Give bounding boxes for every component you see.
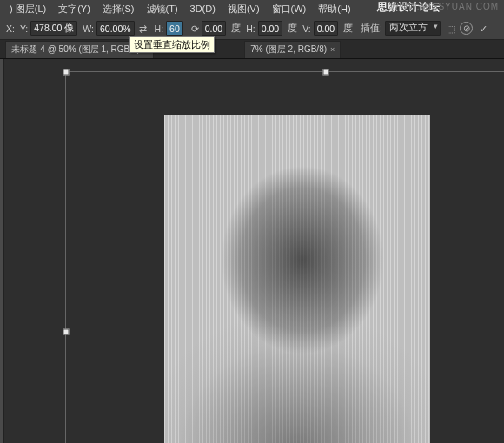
canvas-area[interactable] [0,59,504,443]
rotate-field[interactable]: 0.00 [202,21,226,36]
w-field[interactable]: 60.00% [96,21,135,36]
y-field[interactable]: 478.00 像 [30,21,77,36]
h-label: H: [155,23,164,34]
deg-2: 度 [288,23,297,35]
deg-1: 度 [231,23,241,35]
handle-n[interactable] [323,69,329,76]
deg-3: 度 [343,23,353,35]
menu-help[interactable]: 帮助(H) [312,0,356,17]
ruler-left [0,59,4,443]
w-label: W: [83,23,94,34]
x-label: X: [6,23,15,34]
h-field[interactable]: 60 [166,21,183,36]
menu-view[interactable]: 视图(V) [222,0,266,17]
document-tabs: 未标题-4 @ 50% (图层 1, RGB/8) × 设置垂直缩放比例 7% … [0,40,504,59]
transform-bounding-box[interactable] [65,71,504,443]
close-icon[interactable]: × [330,45,335,54]
v-field[interactable]: 0.00 [314,21,338,36]
cancel-button[interactable]: ⊘ [460,22,473,35]
warp-icon[interactable]: ⬚ [447,23,455,34]
menu-select[interactable]: 选择(S) [96,0,141,17]
watermark: WWW.MISSYUAN.COM [390,2,499,11]
v-label: V: [302,23,311,34]
menu-filter[interactable]: 滤镜(T) [141,0,184,17]
tab-2-label: 7% (图层 2, RGB/8) [250,43,327,56]
hh-field[interactable]: 0.00 [258,21,282,36]
handle-nw[interactable] [63,69,70,76]
menu-layer[interactable]: ) 图层(L) [3,0,52,17]
interp-dropdown[interactable]: 两次立方 [385,21,441,36]
tab-doc-2[interactable]: 7% (图层 2, RGB/8) × [244,41,341,58]
y-label: Y: [20,23,28,34]
commit-button[interactable]: ✓ [480,23,487,34]
interp-label: 插值: [361,23,382,35]
rotate-icon: ⟳ [191,23,199,34]
menu-window[interactable]: 窗口(W) [266,0,313,17]
hh-label: H: [246,23,255,34]
handle-w[interactable] [63,329,70,335]
transform-options-bar: X: Y: 478.00 像 W: 60.00% ⇄ H: 60 ⟳ 0.00 … [0,17,504,40]
menu-type[interactable]: 文字(Y) [52,0,96,17]
menu-3d[interactable]: 3D(D) [184,0,222,17]
tab-1-label: 未标题-4 @ 50% (图层 1, RGB/8) [11,43,140,56]
link-icon[interactable]: ⇄ [139,23,148,35]
tooltip: 设置垂直缩放比例 [129,36,215,53]
